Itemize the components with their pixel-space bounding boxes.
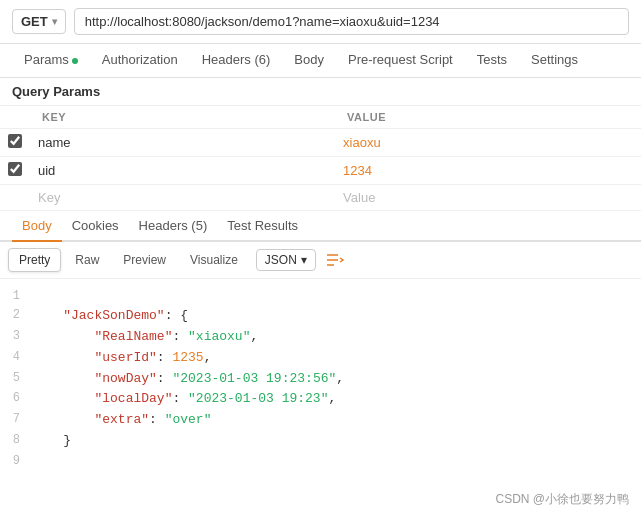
params-dot [72, 58, 78, 64]
param-checkbox-1[interactable] [8, 134, 22, 148]
table-row: name xiaoxu [0, 129, 641, 157]
tab-authorization[interactable]: Authorization [90, 44, 190, 77]
code-line-4: 4 "userId": 1235, [0, 348, 641, 369]
json-type-select[interactable]: JSON ▾ [256, 249, 316, 271]
code-line-9: 9 [0, 452, 641, 471]
tab-cookies[interactable]: Cookies [62, 211, 129, 242]
col-checkbox [0, 106, 30, 129]
table-row-empty: Key Value [0, 185, 641, 211]
tab-body-response[interactable]: Body [12, 211, 62, 242]
checkbox-cell-1[interactable] [0, 129, 30, 157]
json-type-chevron: ▾ [301, 253, 307, 267]
code-line-5: 5 "nowDay": "2023-01-03 19:23:56", [0, 369, 641, 390]
line-content-3: "RealName": "xiaoxu", [32, 327, 641, 348]
line-content-5: "nowDay": "2023-01-03 19:23:56", [32, 369, 641, 390]
url-input[interactable] [74, 8, 629, 35]
checkbox-cell-2[interactable] [0, 157, 30, 185]
line-num-1: 1 [0, 287, 32, 306]
line-num-5: 5 [0, 369, 32, 388]
request-tabs: Params Authorization Headers (6) Body Pr… [0, 44, 641, 78]
method-select[interactable]: GET ▾ [12, 9, 66, 34]
tab-prerequest[interactable]: Pre-request Script [336, 44, 465, 77]
line-content-6: "localDay": "2023-01-03 19:23", [32, 389, 641, 410]
btn-raw[interactable]: Raw [65, 249, 109, 271]
code-line-1: 1 [0, 287, 641, 306]
line-num-7: 7 [0, 410, 32, 429]
method-chevron: ▾ [52, 16, 57, 27]
tab-params[interactable]: Params [12, 44, 90, 77]
code-line-8: 8 } [0, 431, 641, 452]
method-label: GET [21, 14, 48, 29]
param-value-placeholder[interactable]: Value [335, 185, 641, 211]
line-num-9: 9 [0, 452, 32, 471]
tab-body[interactable]: Body [282, 44, 336, 77]
tab-response-headers[interactable]: Headers (5) [129, 211, 218, 242]
btn-visualize[interactable]: Visualize [180, 249, 248, 271]
col-key: KEY [30, 106, 335, 129]
param-key-2[interactable]: uid [30, 157, 335, 185]
tab-settings[interactable]: Settings [519, 44, 590, 77]
btn-pretty[interactable]: Pretty [8, 248, 61, 272]
json-type-label: JSON [265, 253, 297, 267]
url-bar: GET ▾ [0, 0, 641, 44]
table-row: uid 1234 [0, 157, 641, 185]
param-key-1[interactable]: name [30, 129, 335, 157]
line-content-7: "extra": "over" [32, 410, 641, 431]
line-num-8: 8 [0, 431, 32, 450]
line-num-4: 4 [0, 348, 32, 367]
code-area[interactable]: 1 2 "JackSonDemo": { 3 "RealName": "xiao… [0, 279, 641, 516]
param-value-2[interactable]: 1234 [335, 157, 641, 185]
format-bar: Pretty Raw Preview Visualize JSON ▾ [0, 242, 641, 279]
btn-preview[interactable]: Preview [113, 249, 176, 271]
code-line-6: 6 "localDay": "2023-01-03 19:23", [0, 389, 641, 410]
response-tabs: Body Cookies Headers (5) Test Results [0, 211, 641, 242]
tab-headers[interactable]: Headers (6) [190, 44, 283, 77]
line-content-2: "JackSonDemo": { [32, 306, 641, 327]
params-table: KEY VALUE name xiaoxu uid 1234 Ke [0, 106, 641, 211]
code-line-3: 3 "RealName": "xiaoxu", [0, 327, 641, 348]
param-checkbox-2[interactable] [8, 162, 22, 176]
code-line-7: 7 "extra": "over" [0, 410, 641, 431]
line-num-2: 2 [0, 306, 32, 325]
tab-test-results[interactable]: Test Results [217, 211, 308, 242]
query-params-header: Query Params [0, 78, 641, 106]
code-line-2: 2 "JackSonDemo": { [0, 306, 641, 327]
wrap-icon[interactable] [326, 253, 344, 267]
app-container: GET ▾ Params Authorization Headers (6) B… [0, 0, 641, 516]
line-content-8: } [32, 431, 641, 452]
tab-tests[interactable]: Tests [465, 44, 519, 77]
col-value: VALUE [335, 106, 641, 129]
line-content-4: "userId": 1235, [32, 348, 641, 369]
param-key-placeholder[interactable]: Key [30, 185, 335, 211]
line-num-6: 6 [0, 389, 32, 408]
param-value-1[interactable]: xiaoxu [335, 129, 641, 157]
line-num-3: 3 [0, 327, 32, 346]
watermark: CSDN @小徐也要努力鸭 [495, 491, 629, 508]
